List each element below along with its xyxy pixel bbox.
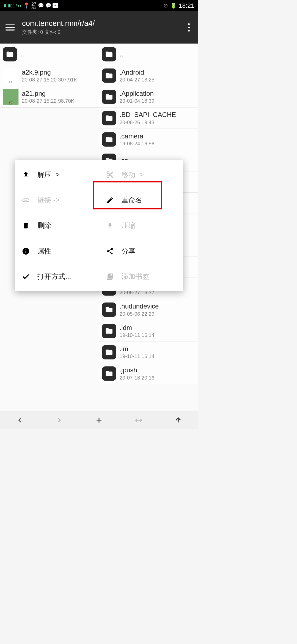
back-button[interactable] xyxy=(14,414,25,425)
battery-icon: ⬮ xyxy=(4,3,6,8)
header-title: com.tencent.mm/r/a4/ 文件夹: 0 文件: 2 xyxy=(16,19,183,36)
folder-name: .Android xyxy=(120,68,195,76)
folder-icon xyxy=(102,111,116,125)
file-name: a21.png xyxy=(22,90,96,97)
file-row[interactable]: ●● a2k.9.png 20-08-27 15:20 307.91K xyxy=(0,65,99,86)
more-options-button[interactable] xyxy=(183,22,194,33)
folder-icon xyxy=(102,90,116,104)
folder-row[interactable]: .BD_SAPI_CACHE 20-08-26 19:43 xyxy=(99,108,198,129)
folder-stats: 文件夹: 0 文件: 2 xyxy=(22,29,183,36)
menu-open-with[interactable]: 打开方式... xyxy=(15,264,99,290)
dnd-icon: ⊘ xyxy=(163,2,168,9)
folder-meta: 19-10-11 16:14 xyxy=(120,353,195,359)
share-icon xyxy=(105,247,114,256)
app-icon: ✦ xyxy=(53,3,58,8)
folder-icon xyxy=(102,366,116,381)
folder-meta: 20-01-04 18:39 xyxy=(120,98,195,104)
pencil-icon xyxy=(105,195,114,204)
menu-label: 移动 -> xyxy=(122,170,144,179)
file-thumbnail: ●● xyxy=(3,68,18,83)
folder-name: .BD_SAPI_CACHE xyxy=(120,111,195,119)
file-meta: 20-08-27 15:22 98.70K xyxy=(22,98,96,104)
menu-label: 分享 xyxy=(122,246,136,256)
folder-row[interactable]: .im 19-10-11 16:14 xyxy=(99,342,198,363)
folder-row[interactable]: .Application 20-01-04 18:39 xyxy=(99,86,198,107)
folder-row[interactable]: .camera 19-08-24 16:56 xyxy=(99,129,198,150)
file-row[interactable]: 👫 a21.png 20-08-27 15:22 98.70K xyxy=(0,86,99,107)
menu-rename[interactable]: 重命名 xyxy=(99,187,183,213)
folder-row[interactable]: .idm 19-10-11 16:14 xyxy=(99,320,198,342)
bookmark-icon xyxy=(105,272,114,281)
folder-icon xyxy=(102,324,116,338)
menu-bookmark[interactable]: 添加书签 xyxy=(99,264,183,290)
folder-row[interactable]: .Android 20-04-27 18:25 xyxy=(99,65,198,86)
menu-share[interactable]: 分享 xyxy=(99,238,183,264)
folder-icon xyxy=(102,302,116,317)
folder-icon xyxy=(102,345,116,359)
folder-meta: 20-07-18 20:16 xyxy=(120,375,195,381)
add-button[interactable] xyxy=(94,414,105,425)
folder-name: .jpush xyxy=(120,366,195,374)
context-menu: 解压 -> 移动 -> 链接 -> 重命名 删除 压缩 属性 xyxy=(15,160,183,291)
link-icon xyxy=(21,195,30,204)
folder-icon xyxy=(102,47,116,61)
status-left: ⬮ ▮▯▯ ³●● 📍 27 周四 💬 💬 ✦ xyxy=(4,2,58,9)
folder-icon xyxy=(102,68,116,83)
menu-delete[interactable]: 删除 xyxy=(15,213,99,238)
folder-row[interactable]: .jpush 20-07-18 20:16 xyxy=(99,363,198,384)
folder-name: .Application xyxy=(120,90,195,97)
file-meta: 20-08-27 15:20 307.91K xyxy=(22,77,96,83)
folder-meta: 20-08-26 19:43 xyxy=(120,119,195,125)
status-right: ⊘ 🔋 18:21 xyxy=(163,2,194,9)
trash-icon xyxy=(21,221,30,230)
status-bar: ⬮ ▮▯▯ ³●● 📍 27 周四 💬 💬 ✦ ⊘ 🔋 18:21 xyxy=(0,0,198,11)
download-icon xyxy=(105,221,114,230)
parent-dir-label: .. xyxy=(120,50,195,58)
menu-extract[interactable]: 解压 -> xyxy=(15,162,99,187)
file-name: a2k.9.png xyxy=(22,68,96,76)
menu-label: 打开方式... xyxy=(37,272,71,281)
file-thumbnail: 👫 xyxy=(3,89,18,105)
menu-link[interactable]: 链接 -> xyxy=(15,187,99,213)
wechat-icon-2: 💬 xyxy=(45,3,51,9)
network-icon: ³●● xyxy=(16,3,22,7)
bottom-nav xyxy=(0,411,198,429)
parent-dir-label: .. xyxy=(20,50,96,58)
menu-move[interactable]: 移动 -> xyxy=(99,162,183,187)
folder-meta: 20-05-06 22:29 xyxy=(120,311,195,317)
folder-meta: 19-10-11 16:14 xyxy=(120,332,195,338)
parent-dir-row[interactable]: .. xyxy=(99,44,198,65)
battery-icon-right: 🔋 xyxy=(170,2,177,9)
folder-name: .im xyxy=(120,345,195,353)
menu-label: 添加书签 xyxy=(122,272,149,281)
swap-button[interactable] xyxy=(133,414,144,425)
folder-row[interactable]: .hudundevice 20-05-06 22:29 xyxy=(99,299,198,320)
path-text: com.tencent.mm/r/a4/ xyxy=(22,19,183,28)
menu-label: 属性 xyxy=(37,246,51,256)
upload-icon xyxy=(21,170,30,179)
hamburger-menu-button[interactable] xyxy=(4,23,16,32)
folder-icon xyxy=(102,132,116,146)
location-icon: 📍 xyxy=(23,2,30,9)
app-header: com.tencent.mm/r/a4/ 文件夹: 0 文件: 2 xyxy=(0,11,198,44)
folder-name: .idm xyxy=(120,324,195,331)
calendar-widget: 27 周四 xyxy=(31,2,37,9)
clock: 18:21 xyxy=(179,2,194,9)
info-icon xyxy=(21,247,30,256)
menu-label: 链接 -> xyxy=(37,195,60,205)
folder-meta: 20-04-27 18:25 xyxy=(120,77,195,83)
menu-label: 压缩 xyxy=(122,221,136,230)
menu-compress[interactable]: 压缩 xyxy=(99,213,183,238)
up-button[interactable] xyxy=(173,414,184,425)
menu-properties[interactable]: 属性 xyxy=(15,238,99,264)
folder-name: .hudundevice xyxy=(120,302,195,310)
check-icon xyxy=(21,272,30,281)
folder-name: .camera xyxy=(120,132,195,140)
wechat-icon: 💬 xyxy=(38,3,44,9)
folder-icon xyxy=(3,47,17,61)
forward-button[interactable] xyxy=(54,414,65,425)
parent-dir-row[interactable]: .. xyxy=(0,44,99,65)
scissors-icon xyxy=(105,170,114,179)
menu-label: 解压 -> xyxy=(37,170,60,179)
menu-label: 删除 xyxy=(37,221,51,230)
